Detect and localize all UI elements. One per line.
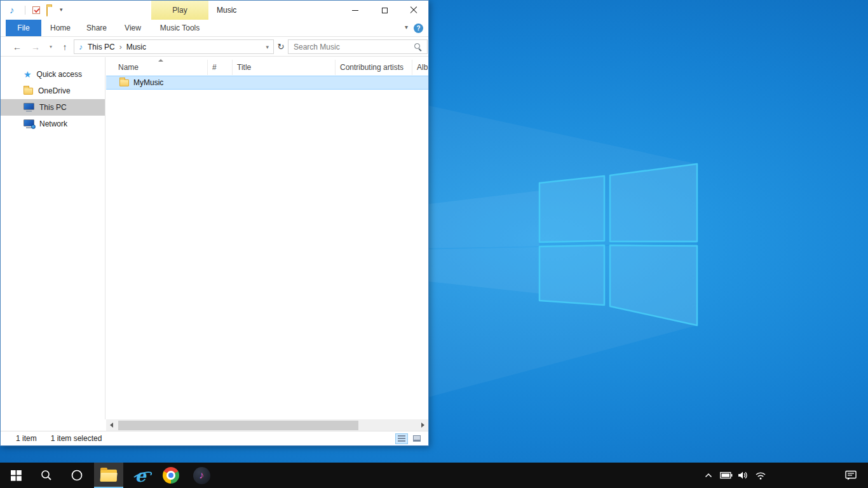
- minimize-button[interactable]: [341, 1, 370, 20]
- sidebar-item-this-pc[interactable]: This PC: [1, 99, 105, 116]
- titlebar-separator: [25, 6, 25, 15]
- column-headers: Name # Title Contributing artists Alb: [106, 57, 428, 75]
- maximize-button[interactable]: [370, 1, 399, 20]
- qat-properties-icon[interactable]: [32, 6, 40, 14]
- file-explorer-icon: [100, 470, 117, 482]
- sort-ascending-icon: [158, 59, 163, 62]
- file-name-label: MyMusic: [133, 78, 163, 87]
- taskbar-file-explorer-button[interactable]: [94, 463, 123, 488]
- volume-button[interactable]: [735, 463, 751, 488]
- scrollbar-thumb[interactable]: [118, 421, 358, 430]
- cortana-icon: [71, 469, 83, 482]
- internet-explorer-icon: e: [135, 467, 146, 484]
- sidebar-item-label: This PC: [39, 103, 67, 112]
- navigation-pane: ★ Quick access OneDrive This PC Network: [1, 57, 105, 419]
- large-icons-view-button[interactable]: [410, 433, 423, 444]
- selection-count-label: 1 item selected: [51, 434, 102, 443]
- folder-icon: [119, 79, 129, 86]
- music-tools-play-tab[interactable]: Play: [151, 1, 208, 20]
- windows-start-icon: [11, 470, 22, 481]
- sidebar-item-network[interactable]: Network: [1, 116, 105, 132]
- volume-icon: [738, 471, 748, 480]
- window-title: Music: [217, 1, 236, 20]
- address-bar-row: ← → ▾ ↑ ♪ This PC › Music ▾ ↻: [1, 37, 428, 57]
- quick-access-star-icon: ★: [24, 70, 32, 79]
- taskbar-internet-explorer-button[interactable]: e: [126, 463, 155, 488]
- sidebar-item-label: Quick access: [37, 70, 82, 79]
- sidebar-item-label: OneDrive: [38, 86, 71, 95]
- battery-icon: [720, 471, 733, 479]
- close-icon: [410, 6, 417, 14]
- breadcrumb-music[interactable]: Music: [125, 43, 147, 51]
- network-icon: [24, 119, 34, 128]
- ribbon-expand-chevron-icon[interactable]: ▾: [405, 24, 408, 30]
- onedrive-icon: [24, 88, 33, 95]
- scroll-right-icon: [421, 423, 424, 428]
- column-header-title[interactable]: Title: [233, 60, 336, 75]
- large-icons-view-icon: [413, 435, 421, 442]
- chrome-icon: [163, 467, 179, 484]
- qat-customize-chevron-icon[interactable]: ▾: [60, 6, 63, 13]
- search-input[interactable]: [288, 43, 414, 51]
- search-icon[interactable]: [414, 43, 422, 51]
- address-bar[interactable]: ♪ This PC › Music ▾: [74, 39, 274, 54]
- address-dropdown-chevron-icon[interactable]: ▾: [266, 44, 273, 50]
- address-music-icon: ♪: [79, 43, 83, 51]
- maximize-icon: [382, 8, 388, 13]
- up-button[interactable]: ↑: [58, 37, 72, 57]
- column-header-contributing-artists[interactable]: Contributing artists: [336, 60, 412, 75]
- scroll-left-button[interactable]: [106, 419, 117, 431]
- wifi-icon: [755, 471, 766, 480]
- column-header-name[interactable]: Name: [106, 60, 208, 75]
- tab-home[interactable]: Home: [45, 20, 76, 36]
- tab-file[interactable]: File: [6, 20, 41, 36]
- forward-button[interactable]: →: [29, 37, 43, 57]
- status-bar: 1 item 1 item selected: [1, 431, 428, 445]
- action-center-button[interactable]: [843, 463, 859, 488]
- music-app-icon: ♪: [193, 467, 210, 484]
- window-controls: [341, 1, 428, 20]
- tab-view[interactable]: View: [118, 20, 148, 36]
- help-button[interactable]: ?: [414, 24, 423, 33]
- horizontal-scrollbar[interactable]: [106, 419, 428, 431]
- sidebar-item-onedrive[interactable]: OneDrive: [1, 83, 105, 99]
- tab-music-tools[interactable]: Music Tools: [151, 20, 208, 36]
- hidden-icons-button[interactable]: [700, 463, 717, 488]
- search-box: [288, 39, 428, 54]
- taskbar-music-app-button[interactable]: ♪: [187, 463, 216, 488]
- back-button[interactable]: ←: [10, 37, 25, 57]
- item-count-label: 1 item: [16, 434, 37, 443]
- action-center-icon: [845, 470, 857, 480]
- folder-icon: [46, 6, 48, 17]
- refresh-button[interactable]: ↻: [275, 39, 287, 54]
- network-status-button[interactable]: [752, 463, 769, 488]
- tab-share[interactable]: Share: [81, 20, 112, 36]
- recent-locations-chevron-icon[interactable]: ▾: [46, 37, 55, 57]
- close-button[interactable]: [399, 1, 428, 20]
- file-row-mymusic[interactable]: MyMusic: [106, 76, 428, 90]
- column-header-number[interactable]: #: [208, 60, 233, 75]
- app-music-icon: ♪: [10, 5, 15, 15]
- music-note-glyph: ♪: [199, 470, 204, 481]
- sidebar-item-quick-access[interactable]: ★ Quick access: [1, 66, 105, 83]
- taskbar: e ♪: [0, 463, 868, 488]
- taskbar-search-button[interactable]: [32, 463, 61, 488]
- view-toggle-buttons: [395, 433, 423, 444]
- breadcrumb-separator: ›: [116, 43, 125, 51]
- minimize-icon: [352, 10, 358, 11]
- start-button[interactable]: [1, 463, 31, 488]
- title-bar: ♪ ▾ Play Music: [1, 1, 428, 20]
- file-explorer-window: ♪ ▾ Play Music File Home Share View Musi…: [0, 0, 429, 446]
- taskbar-chrome-button[interactable]: [156, 463, 186, 488]
- column-header-album[interactable]: Alb: [412, 60, 428, 75]
- details-view-icon: [398, 435, 405, 442]
- breadcrumb-this-pc[interactable]: This PC: [86, 43, 116, 51]
- file-list-area: Name # Title Contributing artists Alb My…: [106, 57, 428, 419]
- scroll-right-button[interactable]: [417, 419, 428, 431]
- qat-new-folder-button[interactable]: [46, 7, 48, 16]
- battery-status-button[interactable]: [718, 463, 735, 488]
- ribbon-tab-row: File Home Share View Music Tools ▾ ?: [1, 20, 428, 37]
- cortana-button[interactable]: [62, 463, 92, 488]
- details-view-button[interactable]: [395, 433, 408, 444]
- scroll-left-icon: [110, 423, 113, 428]
